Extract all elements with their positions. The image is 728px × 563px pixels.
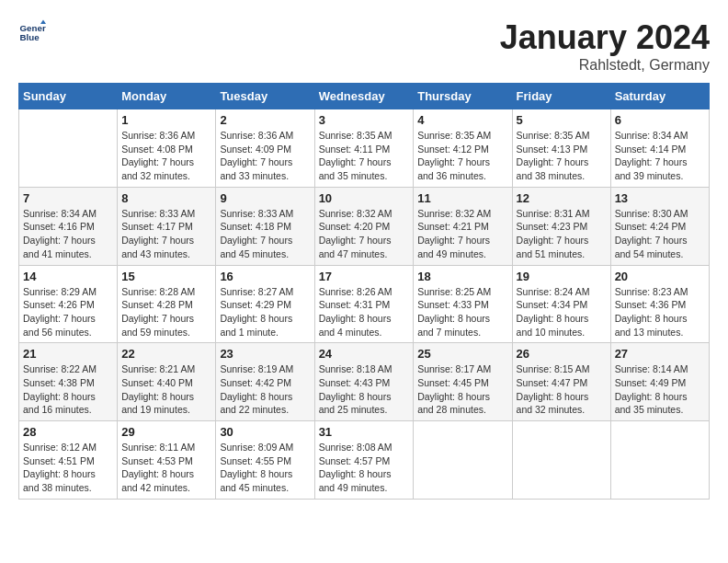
- calendar-week-row: 7Sunrise: 8:34 AMSunset: 4:16 PMDaylight…: [19, 187, 710, 265]
- day-info: Sunrise: 8:12 AMSunset: 4:51 PMDaylight:…: [23, 441, 113, 495]
- calendar-day-cell: 27Sunrise: 8:14 AMSunset: 4:49 PMDayligh…: [610, 343, 709, 421]
- day-number: 24: [319, 347, 410, 361]
- day-info: Sunrise: 8:34 AMSunset: 4:16 PMDaylight:…: [23, 207, 113, 261]
- weekday-header: Sunday: [19, 84, 118, 109]
- calendar-day-cell: 4Sunrise: 8:35 AMSunset: 4:12 PMDaylight…: [414, 109, 512, 188]
- day-info: Sunrise: 8:09 AMSunset: 4:55 PMDaylight:…: [220, 441, 310, 495]
- calendar-day-cell: 8Sunrise: 8:33 AMSunset: 4:17 PMDaylight…: [118, 187, 216, 265]
- day-info: Sunrise: 8:31 AMSunset: 4:23 PMDaylight:…: [517, 207, 607, 261]
- day-info: Sunrise: 8:36 AMSunset: 4:08 PMDaylight:…: [121, 129, 211, 183]
- title-section: January 2024 Rahlstedt, Germany: [500, 18, 710, 74]
- calendar-week-row: 28Sunrise: 8:12 AMSunset: 4:51 PMDayligh…: [19, 421, 710, 500]
- calendar-day-cell: [610, 421, 709, 500]
- day-number: 28: [23, 425, 113, 439]
- calendar-day-cell: 15Sunrise: 8:28 AMSunset: 4:28 PMDayligh…: [118, 265, 216, 343]
- calendar-day-cell: [19, 109, 118, 188]
- calendar-day-cell: 12Sunrise: 8:31 AMSunset: 4:23 PMDayligh…: [512, 187, 610, 265]
- day-info: Sunrise: 8:22 AMSunset: 4:38 PMDaylight:…: [23, 362, 113, 417]
- day-number: 10: [319, 191, 410, 205]
- calendar-day-cell: 14Sunrise: 8:29 AMSunset: 4:26 PMDayligh…: [19, 265, 118, 343]
- calendar-day-cell: 9Sunrise: 8:33 AMSunset: 4:18 PMDaylight…: [216, 187, 314, 265]
- calendar-week-row: 14Sunrise: 8:29 AMSunset: 4:26 PMDayligh…: [19, 265, 710, 343]
- day-info: Sunrise: 8:30 AMSunset: 4:24 PMDaylight:…: [615, 207, 705, 261]
- weekday-header: Monday: [118, 84, 216, 109]
- day-info: Sunrise: 8:36 AMSunset: 4:09 PMDaylight:…: [220, 129, 310, 183]
- calendar-day-cell: 21Sunrise: 8:22 AMSunset: 4:38 PMDayligh…: [19, 343, 118, 421]
- calendar-day-cell: 5Sunrise: 8:35 AMSunset: 4:13 PMDaylight…: [512, 109, 610, 188]
- calendar-day-cell: 25Sunrise: 8:17 AMSunset: 4:45 PMDayligh…: [414, 343, 512, 421]
- day-number: 20: [615, 270, 705, 283]
- day-number: 4: [417, 113, 507, 127]
- day-info: Sunrise: 8:24 AMSunset: 4:34 PMDaylight:…: [517, 285, 607, 339]
- logo: General Blue: [18, 18, 51, 46]
- day-number: 13: [615, 191, 705, 205]
- day-info: Sunrise: 8:32 AMSunset: 4:21 PMDaylight:…: [417, 207, 507, 261]
- calendar-day-cell: [414, 421, 512, 500]
- calendar-day-cell: 30Sunrise: 8:09 AMSunset: 4:55 PMDayligh…: [216, 421, 314, 500]
- day-number: 22: [121, 347, 211, 361]
- day-info: Sunrise: 8:23 AMSunset: 4:36 PMDaylight:…: [615, 285, 705, 339]
- month-title: January 2024: [500, 18, 710, 57]
- day-number: 2: [220, 113, 310, 127]
- calendar-day-cell: 28Sunrise: 8:12 AMSunset: 4:51 PMDayligh…: [19, 421, 118, 500]
- day-number: 17: [319, 270, 410, 283]
- day-info: Sunrise: 8:35 AMSunset: 4:13 PMDaylight:…: [517, 129, 607, 183]
- location-title: Rahlstedt, Germany: [500, 57, 710, 74]
- calendar-day-cell: 24Sunrise: 8:18 AMSunset: 4:43 PMDayligh…: [314, 343, 414, 421]
- day-info: Sunrise: 8:08 AMSunset: 4:57 PMDaylight:…: [319, 441, 410, 495]
- day-number: 12: [517, 191, 607, 205]
- day-info: Sunrise: 8:19 AMSunset: 4:42 PMDaylight:…: [220, 362, 310, 417]
- day-info: Sunrise: 8:32 AMSunset: 4:20 PMDaylight:…: [319, 207, 410, 261]
- page-header: General Blue January 2024 Rahlstedt, Ger…: [18, 18, 710, 74]
- calendar-day-cell: 26Sunrise: 8:15 AMSunset: 4:47 PMDayligh…: [512, 343, 610, 421]
- day-number: 29: [121, 425, 211, 439]
- svg-text:Blue: Blue: [20, 32, 40, 42]
- weekday-header: Tuesday: [216, 84, 314, 109]
- day-number: 27: [615, 347, 705, 361]
- day-number: 14: [23, 270, 113, 283]
- weekday-header: Friday: [512, 84, 610, 109]
- day-number: 31: [319, 425, 410, 439]
- day-number: 8: [121, 191, 211, 205]
- calendar-day-cell: 7Sunrise: 8:34 AMSunset: 4:16 PMDaylight…: [19, 187, 118, 265]
- day-number: 11: [417, 191, 507, 205]
- day-info: Sunrise: 8:17 AMSunset: 4:45 PMDaylight:…: [417, 362, 507, 417]
- day-number: 3: [319, 113, 410, 127]
- calendar-day-cell: 10Sunrise: 8:32 AMSunset: 4:20 PMDayligh…: [314, 187, 414, 265]
- day-info: Sunrise: 8:15 AMSunset: 4:47 PMDaylight:…: [517, 362, 607, 417]
- day-number: 23: [220, 347, 310, 361]
- calendar-day-cell: 29Sunrise: 8:11 AMSunset: 4:53 PMDayligh…: [118, 421, 216, 500]
- day-info: Sunrise: 8:26 AMSunset: 4:31 PMDaylight:…: [319, 285, 410, 339]
- day-info: Sunrise: 8:34 AMSunset: 4:14 PMDaylight:…: [615, 129, 705, 183]
- day-number: 18: [417, 270, 507, 283]
- calendar-day-cell: 6Sunrise: 8:34 AMSunset: 4:14 PMDaylight…: [610, 109, 709, 188]
- day-info: Sunrise: 8:18 AMSunset: 4:43 PMDaylight:…: [319, 362, 410, 417]
- day-info: Sunrise: 8:33 AMSunset: 4:18 PMDaylight:…: [220, 207, 310, 261]
- calendar-week-row: 1Sunrise: 8:36 AMSunset: 4:08 PMDaylight…: [19, 109, 710, 188]
- calendar-day-cell: 3Sunrise: 8:35 AMSunset: 4:11 PMDaylight…: [314, 109, 414, 188]
- day-info: Sunrise: 8:29 AMSunset: 4:26 PMDaylight:…: [23, 285, 113, 339]
- day-number: 26: [517, 347, 607, 361]
- calendar-day-cell: 23Sunrise: 8:19 AMSunset: 4:42 PMDayligh…: [216, 343, 314, 421]
- day-info: Sunrise: 8:27 AMSunset: 4:29 PMDaylight:…: [220, 285, 310, 339]
- calendar-week-row: 21Sunrise: 8:22 AMSunset: 4:38 PMDayligh…: [19, 343, 710, 421]
- calendar-day-cell: 11Sunrise: 8:32 AMSunset: 4:21 PMDayligh…: [414, 187, 512, 265]
- calendar-day-cell: 20Sunrise: 8:23 AMSunset: 4:36 PMDayligh…: [610, 265, 709, 343]
- day-info: Sunrise: 8:11 AMSunset: 4:53 PMDaylight:…: [121, 441, 211, 495]
- day-number: 30: [220, 425, 310, 439]
- calendar-table: SundayMondayTuesdayWednesdayThursdayFrid…: [18, 83, 710, 500]
- calendar-day-cell: 31Sunrise: 8:08 AMSunset: 4:57 PMDayligh…: [314, 421, 414, 500]
- day-info: Sunrise: 8:14 AMSunset: 4:49 PMDaylight:…: [615, 362, 705, 417]
- calendar-day-cell: 22Sunrise: 8:21 AMSunset: 4:40 PMDayligh…: [118, 343, 216, 421]
- calendar-day-cell: 2Sunrise: 8:36 AMSunset: 4:09 PMDaylight…: [216, 109, 314, 188]
- calendar-day-cell: 17Sunrise: 8:26 AMSunset: 4:31 PMDayligh…: [314, 265, 414, 343]
- calendar-day-cell: 1Sunrise: 8:36 AMSunset: 4:08 PMDaylight…: [118, 109, 216, 188]
- calendar-day-cell: 19Sunrise: 8:24 AMSunset: 4:34 PMDayligh…: [512, 265, 610, 343]
- weekday-header: Thursday: [414, 84, 512, 109]
- calendar-day-cell: 16Sunrise: 8:27 AMSunset: 4:29 PMDayligh…: [216, 265, 314, 343]
- day-number: 19: [517, 270, 607, 283]
- day-info: Sunrise: 8:33 AMSunset: 4:17 PMDaylight:…: [121, 207, 211, 261]
- day-info: Sunrise: 8:21 AMSunset: 4:40 PMDaylight:…: [121, 362, 211, 417]
- day-info: Sunrise: 8:35 AMSunset: 4:11 PMDaylight:…: [319, 129, 410, 183]
- svg-text:General: General: [20, 23, 47, 33]
